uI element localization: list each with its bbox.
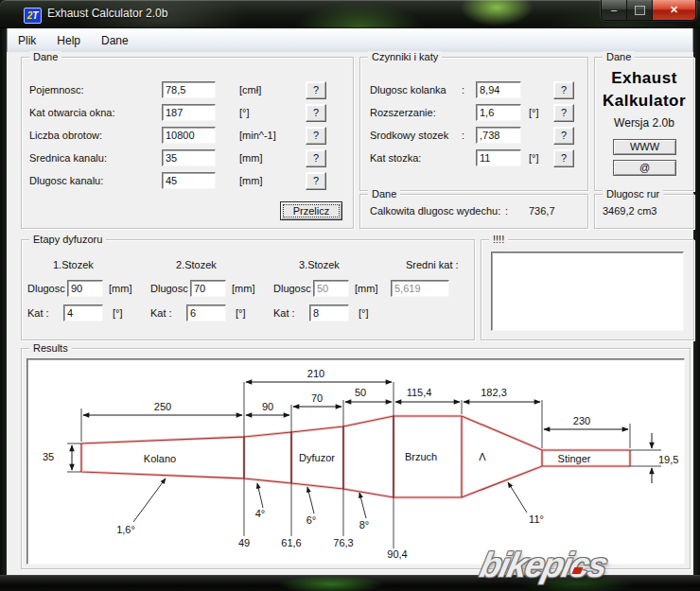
srednica-field[interactable] — [162, 149, 216, 166]
obroty-field[interactable] — [162, 127, 216, 144]
cone2-deg-unit: [°] — [236, 307, 246, 319]
kolanko-field[interactable] — [476, 81, 521, 98]
obroty-label: Liczba obrotow: — [29, 130, 102, 141]
angle-3-label: 6° — [306, 514, 317, 526]
app-icon: 2T — [24, 8, 42, 24]
dia-19-label: 19,5 — [658, 454, 678, 465]
cone1-kat-label: Kat : — [27, 307, 49, 319]
dlugosc-kanalu-unit: [mm] — [239, 175, 262, 186]
cone1-kat-field[interactable] — [63, 304, 103, 322]
section-labels: Kolano Dyfuzor Brzuch Λ Stinger — [144, 451, 591, 464]
window-title: Exhaust Calculator 2.0b — [47, 7, 167, 20]
bikepics-watermark: bikepics — [477, 546, 610, 585]
group-dlugosc-rur: Dlugosc rur 3469,2 cm3 — [594, 194, 694, 229]
group-dane-total: Dane Calkowita dlugosc wydechu: : 736,7 — [359, 194, 588, 229]
angle-5-label: 11° — [529, 513, 544, 525]
dia-76-label: 76,3 — [333, 537, 353, 548]
menu-item-dane[interactable]: Dane — [92, 30, 138, 51]
group-dane-inputs: Dane Pojemnosc: [cmł] ? Kat otwarcia okn… — [21, 57, 354, 229]
angle-4-label: 8° — [359, 519, 370, 530]
cone1-dlugosc-field[interactable] — [67, 280, 103, 297]
www-button[interactable]: WWW — [613, 139, 676, 155]
pojemnosc-unit: [cmł] — [239, 84, 261, 96]
group-about-title: Dane — [603, 51, 635, 63]
caption-buttons: – ✕ — [601, 0, 696, 21]
kat-okna-field[interactable] — [162, 104, 216, 121]
kolanko-help-button[interactable]: ? — [553, 81, 574, 99]
cone2-header: 2.Stozek — [176, 259, 217, 270]
dia-35-label: 35 — [43, 451, 54, 462]
section-brzuch-label: Brzuch — [405, 451, 437, 462]
group-about: Dane Exhaust Kalkulator Wersja 2.0b WWW … — [594, 57, 694, 191]
app-version: Wersja 2.0b — [595, 116, 693, 130]
dim-182-label: 182,3 — [481, 387, 507, 398]
menu-item-help[interactable]: Help — [47, 30, 90, 51]
cone2-dlugosc-field[interactable] — [190, 280, 226, 297]
obroty-help-button[interactable]: ? — [306, 127, 326, 145]
angle-1-label: 1,6° — [116, 524, 135, 535]
title-bar: 2T Exhaust Calculator 2.0b – ✕ — [0, 0, 700, 28]
kat-okna-help-button[interactable]: ? — [306, 104, 326, 122]
cone1-deg-unit: [°] — [113, 307, 123, 319]
section-cone-label: Λ — [479, 451, 486, 462]
group-alerts-title: !!!! — [489, 234, 508, 246]
dia-61-label: 61,6 — [281, 537, 301, 548]
cone2-kat-label: Kat : — [150, 307, 172, 319]
alerts-listbox[interactable] — [491, 252, 684, 331]
close-icon: ✕ — [670, 0, 678, 20]
email-button[interactable]: @ — [613, 160, 676, 176]
przelicz-button[interactable]: Przelicz — [280, 201, 342, 220]
results-canvas: 250 90 70 210 50 115,4 182,3 230 35 19,5… — [26, 358, 685, 565]
kat-okna-label: Kat otwarcia okna: — [29, 107, 115, 118]
rozszerzanie-label: Rozszerzanie: — [370, 107, 436, 118]
sredni-kat-header: Sredni kat : — [406, 259, 459, 270]
stozek-help-button[interactable]: ? — [553, 127, 574, 145]
cone1-dlugosc-label: Dlugosc — [27, 283, 65, 294]
dlugosc-kanalu-field[interactable] — [162, 172, 216, 189]
rozszerzanie-help-button[interactable]: ? — [553, 104, 574, 122]
cone1-mm-unit: [mm] — [109, 283, 131, 294]
section-kolano-label: Kolano — [144, 453, 176, 464]
dim-90-label: 90 — [262, 401, 273, 412]
dim-115-label: 115,4 — [407, 387, 432, 398]
angle-2-label: 4° — [255, 508, 266, 519]
cone3-mm-unit: [mm] — [355, 283, 377, 294]
dim-230-label: 230 — [573, 415, 590, 426]
total-length-colon: : — [505, 205, 508, 217]
cone3-kat-field[interactable] — [309, 304, 349, 322]
kolanko-label: Dlugosc kolanka — [370, 84, 446, 96]
dim-250-label: 250 — [154, 401, 171, 412]
close-button[interactable]: ✕ — [653, 0, 695, 20]
rozszerzanie-unit: [°] — [529, 107, 539, 118]
menu-bar: Plik Help Dane — [7, 28, 693, 53]
dlugosc-kanalu-help-button[interactable]: ? — [306, 172, 326, 190]
kat-stozka-field[interactable] — [476, 149, 521, 166]
dim-50-label: 50 — [355, 387, 366, 398]
cone3-header: 3.Stozek — [299, 259, 340, 270]
group-dane-total-title: Dane — [368, 188, 400, 200]
pojemnosc-field[interactable] — [162, 81, 216, 98]
maximize-button[interactable] — [627, 0, 653, 20]
stozek-colon: : — [462, 130, 464, 141]
maximize-icon — [635, 6, 645, 15]
menu-item-plik[interactable]: Plik — [9, 30, 45, 51]
srednica-help-button[interactable]: ? — [306, 149, 326, 167]
dia-49-label: 49 — [238, 537, 250, 548]
obroty-unit: [min^-1] — [239, 130, 276, 141]
minimize-button[interactable]: – — [602, 0, 627, 20]
pojemnosc-help-button[interactable]: ? — [306, 81, 326, 99]
stozek-field[interactable] — [476, 127, 521, 144]
dlugosc-rur-value: 3469,2 cm3 — [603, 205, 656, 217]
kat-stozka-unit: [°] — [529, 152, 539, 164]
cone2-kat-field[interactable] — [186, 304, 226, 322]
minimize-icon: – — [611, 0, 617, 20]
cone2-dlugosc-label: Dlugosc — [150, 283, 188, 294]
group-czynniki-title: Czynniki i katy — [368, 51, 442, 63]
kat-stozka-label: Kat stozka: — [370, 152, 421, 164]
dim-70-label: 70 — [311, 392, 323, 404]
kat-stozka-help-button[interactable]: ? — [553, 149, 574, 167]
rozszerzanie-field[interactable] — [476, 104, 521, 121]
dlugosc-kanalu-label: Dlugosc kanalu: — [29, 175, 103, 186]
cone3-dlugosc-field — [313, 280, 349, 297]
group-results-title: Results — [29, 342, 72, 355]
